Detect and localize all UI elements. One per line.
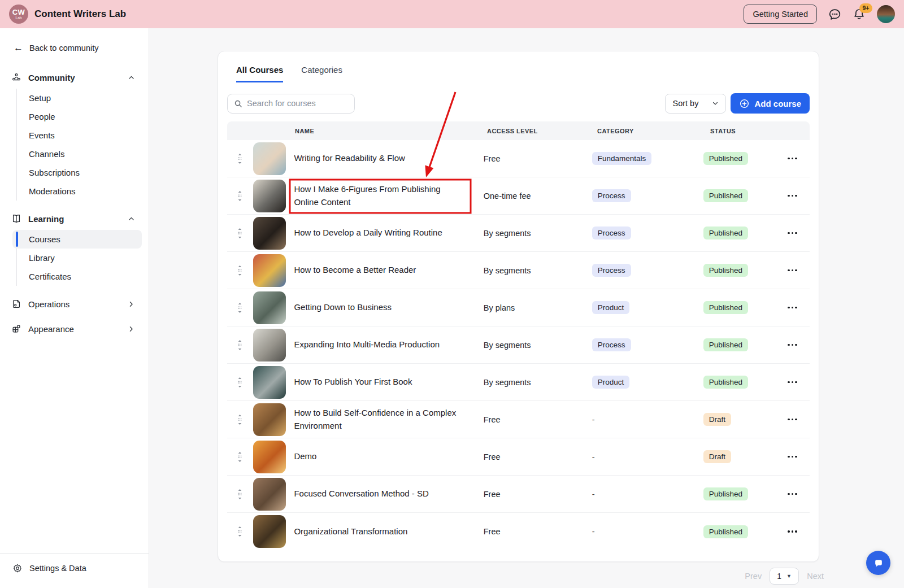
sidebar-section-community[interactable]: Community: [0, 67, 149, 88]
search-icon: [234, 99, 242, 108]
sidebar-item-moderations[interactable]: Moderations: [12, 182, 142, 201]
drag-handle[interactable]: [236, 190, 253, 202]
row-menu-button[interactable]: [786, 266, 798, 275]
course-thumbnail: [253, 254, 286, 287]
sidebar-item-events[interactable]: Events: [12, 126, 142, 145]
topbar-actions: Getting Started: [744, 5, 895, 24]
table-row-highlighted[interactable]: How I Make 6-Figures From Publishing Onl…: [227, 177, 810, 215]
course-name[interactable]: Writing for Readability & Flow: [294, 152, 483, 165]
table-row[interactable]: Organizational Transformation Free - Pub…: [227, 513, 810, 550]
row-menu-button[interactable]: [786, 490, 798, 499]
sidebar-item-subscriptions[interactable]: Subscriptions: [12, 163, 142, 182]
sidebar-item-courses[interactable]: Courses: [12, 230, 142, 249]
tab-categories[interactable]: Categories: [301, 65, 342, 82]
sidebar-item-certificates[interactable]: Certificates: [12, 267, 142, 286]
category-badge: Product: [592, 301, 630, 314]
thumbnail-cell: [253, 366, 294, 399]
table-row[interactable]: How to Build Self-Confidence in a Comple…: [227, 401, 810, 438]
drag-handle[interactable]: [236, 302, 253, 314]
sidebar-section-appearance[interactable]: Appearance: [0, 319, 149, 339]
row-menu-button[interactable]: [786, 378, 798, 387]
chat-bubble-icon: [828, 8, 841, 21]
course-search[interactable]: [227, 94, 355, 114]
sidebar-section-learning[interactable]: Learning: [0, 208, 149, 229]
drag-handle[interactable]: [236, 451, 253, 463]
course-name[interactable]: Expanding Into Multi-Media Production: [294, 338, 483, 351]
drag-handle[interactable]: [236, 153, 253, 165]
sort-by-dropdown[interactable]: Sort by: [665, 94, 726, 114]
course-name[interactable]: How to Build Self-Confidence in a Comple…: [294, 407, 483, 432]
category-empty: -: [592, 527, 595, 536]
page-select-dropdown[interactable]: 1 ▼: [770, 568, 799, 585]
table-row[interactable]: How To Publish Your First Book By segmen…: [227, 364, 810, 401]
next-page-button[interactable]: Next: [807, 572, 824, 581]
drag-handle[interactable]: [236, 376, 253, 389]
sidebar-item-people[interactable]: People: [12, 107, 142, 126]
status-badge: Published: [703, 152, 748, 165]
category-empty: -: [592, 490, 595, 499]
row-menu-button[interactable]: [786, 229, 798, 238]
user-avatar[interactable]: [877, 5, 895, 23]
sidebar-section-label: Operations: [28, 299, 69, 309]
course-thumbnail: [253, 217, 286, 250]
sort-by-label: Sort by: [672, 99, 698, 108]
column-header-access-level: ACCESS LEVEL: [487, 128, 597, 134]
course-name[interactable]: Getting Down to Business: [294, 301, 483, 314]
drag-handle[interactable]: [236, 227, 253, 239]
table-row[interactable]: Focused Conversation Method - SD Free - …: [227, 476, 810, 513]
drag-handle[interactable]: [236, 488, 253, 500]
back-to-community-link[interactable]: ← Back to community: [0, 43, 149, 53]
row-menu-button[interactable]: [786, 452, 798, 461]
table-row[interactable]: Demo Free - Draft: [227, 438, 810, 476]
course-name[interactable]: How I Make 6-Figures From Publishing Onl…: [294, 183, 483, 208]
chat-widget-icon: [873, 557, 884, 569]
course-name[interactable]: How To Publish Your First Book: [294, 376, 483, 389]
drag-handle[interactable]: [236, 525, 253, 538]
prev-page-button[interactable]: Prev: [745, 572, 762, 581]
status-badge: Published: [703, 264, 748, 277]
messages-button[interactable]: [828, 8, 841, 21]
course-category: -: [592, 415, 703, 425]
table-row[interactable]: How to Become a Better Reader By segment…: [227, 252, 810, 289]
row-menu-button[interactable]: [786, 154, 798, 163]
search-input[interactable]: [247, 99, 348, 108]
row-menu-button[interactable]: [786, 415, 798, 424]
current-page: 1: [777, 572, 781, 581]
notifications-button[interactable]: 9+: [853, 8, 866, 21]
course-status: Published: [703, 264, 787, 277]
drag-handle[interactable]: [236, 413, 253, 426]
chat-widget-button[interactable]: [866, 551, 890, 575]
course-thumbnail: [253, 403, 286, 436]
course-name[interactable]: How to Develop a Daily Writing Routine: [294, 227, 483, 239]
course-name[interactable]: Focused Conversation Method - SD: [294, 487, 483, 500]
drag-handle[interactable]: [236, 339, 253, 351]
sidebar-section-operations[interactable]: Operations: [0, 294, 149, 314]
table-row[interactable]: Writing for Readability & Flow Free Fund…: [227, 140, 810, 177]
course-name[interactable]: How to Become a Better Reader: [294, 264, 483, 277]
row-menu-button[interactable]: [786, 303, 798, 312]
getting-started-button[interactable]: Getting Started: [744, 5, 817, 24]
thumbnail-cell: [253, 142, 294, 175]
add-course-button[interactable]: Add course: [731, 93, 810, 114]
table-row[interactable]: Expanding Into Multi-Media Production By…: [227, 326, 810, 364]
sidebar-item-setup[interactable]: Setup: [12, 89, 142, 107]
row-menu-button[interactable]: [786, 527, 798, 536]
course-name[interactable]: Demo: [294, 450, 483, 463]
sidebar-item-library[interactable]: Library: [12, 249, 142, 267]
category-empty: -: [592, 415, 595, 424]
course-name[interactable]: Organizational Transformation: [294, 525, 483, 538]
table-row[interactable]: How to Develop a Daily Writing Routine B…: [227, 215, 810, 252]
settings-and-data-link[interactable]: Settings & Data: [0, 553, 149, 588]
course-category: -: [592, 526, 703, 537]
row-menu-button[interactable]: [786, 191, 798, 201]
community-logo[interactable]: CW Lab Content Writers Lab: [9, 5, 126, 24]
tab-all-courses[interactable]: All Courses: [236, 65, 283, 82]
sidebar-item-channels[interactable]: Channels: [12, 145, 142, 163]
courses-tabs: All Courses Categories: [218, 65, 819, 82]
courses-card: All Courses Categories Sort by: [218, 51, 819, 562]
table-row[interactable]: Getting Down to Business By plans Produc…: [227, 289, 810, 326]
row-menu-button[interactable]: [786, 341, 798, 350]
course-thumbnail: [253, 180, 286, 212]
thumbnail-cell: [253, 180, 294, 212]
drag-handle[interactable]: [236, 264, 253, 277]
